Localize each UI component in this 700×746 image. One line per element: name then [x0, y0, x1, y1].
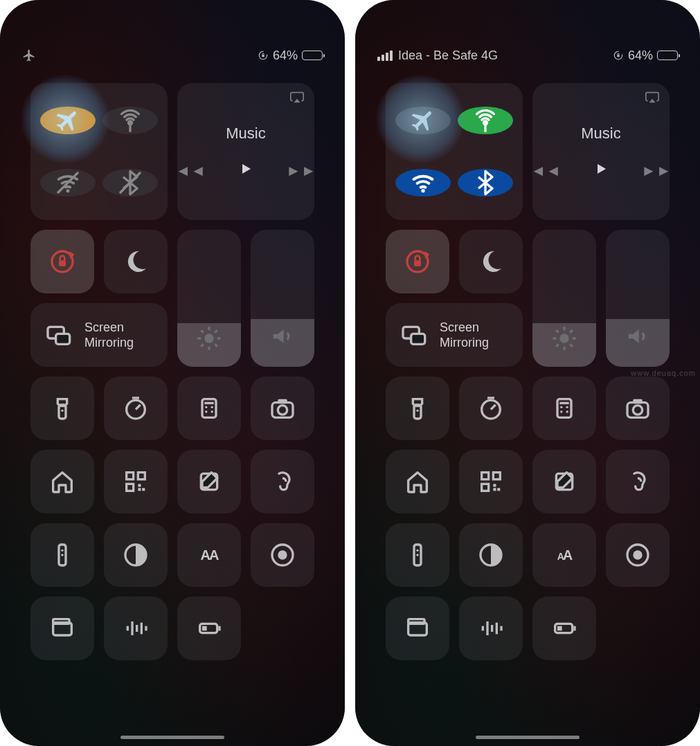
cellular-data-toggle[interactable] [102, 107, 158, 134]
volume-slider[interactable] [251, 230, 314, 367]
phone-left: 64% Music ◄◄ ►► [0, 0, 345, 746]
battery-icon [657, 51, 678, 60]
notes-button[interactable] [177, 450, 241, 513]
battery-icon [302, 51, 323, 60]
rotation-lock-toggle[interactable] [30, 230, 94, 293]
hearing-button[interactable] [606, 450, 670, 513]
wallet-button[interactable] [30, 597, 94, 660]
calculator-button[interactable] [532, 376, 596, 440]
home-indicator[interactable] [120, 736, 224, 739]
do-not-disturb-toggle[interactable] [459, 230, 523, 293]
wallet-button[interactable] [386, 597, 449, 660]
apple-tv-remote-button[interactable] [386, 523, 449, 587]
calculator-button[interactable] [177, 376, 241, 440]
music-tile[interactable]: Music ◄◄ ►► [532, 83, 670, 220]
flashlight-button[interactable] [386, 376, 449, 440]
rotation-lock-toggle[interactable] [386, 230, 449, 293]
connectivity-cluster[interactable] [386, 83, 523, 220]
status-bar: Idea - Be Safe 4G 64% [355, 0, 700, 76]
text-size-button[interactable]: AA [177, 523, 241, 587]
screen-record-button[interactable] [251, 523, 314, 587]
music-label: Music [226, 125, 265, 143]
bluetooth-toggle[interactable] [458, 169, 513, 197]
notes-button[interactable] [532, 450, 596, 513]
brightness-slider[interactable] [177, 230, 241, 367]
timer-button[interactable] [104, 376, 168, 440]
do-not-disturb-toggle[interactable] [104, 230, 168, 293]
carrier-label: Idea - Be Safe 4G [398, 48, 498, 63]
airplane-mode-toggle[interactable] [40, 107, 96, 134]
cellular-signal-icon [377, 51, 393, 61]
screen-record-button[interactable] [606, 523, 670, 587]
qr-scanner-button[interactable] [104, 450, 168, 513]
music-tile[interactable]: Music ◄◄ ►► [177, 83, 314, 220]
flashlight-button[interactable] [30, 376, 94, 440]
low-power-mode-button[interactable] [532, 597, 596, 660]
wifi-toggle[interactable] [40, 169, 96, 197]
orientation-lock-status-icon [613, 50, 624, 61]
timer-button[interactable] [459, 376, 523, 440]
bluetooth-toggle[interactable] [102, 169, 158, 197]
low-power-mode-button[interactable] [177, 597, 241, 660]
play-button[interactable] [593, 161, 609, 181]
mirror-line1: Screen [84, 320, 124, 334]
battery-text: 64% [273, 48, 298, 63]
cellular-data-toggle[interactable] [458, 107, 513, 134]
screen-mirroring-button[interactable]: ScreenMirroring [386, 303, 523, 367]
airplane-mode-status-icon [22, 48, 36, 62]
mirror-line2: Mirroring [440, 336, 489, 349]
home-indicator[interactable] [476, 736, 580, 739]
battery-text: 64% [628, 48, 653, 63]
next-track-button[interactable]: ►► [641, 162, 672, 180]
music-label: Music [581, 125, 620, 143]
next-track-button[interactable]: ►► [286, 162, 316, 180]
dark-mode-button[interactable] [104, 523, 168, 587]
previous-track-button[interactable]: ◄◄ [175, 162, 206, 180]
airplane-mode-toggle[interactable] [395, 107, 451, 134]
mirror-line1: Screen [440, 320, 479, 334]
camera-button[interactable] [251, 376, 314, 440]
home-button[interactable] [386, 450, 449, 513]
text-size-button[interactable]: AA [532, 523, 596, 587]
previous-track-button[interactable]: ◄◄ [530, 162, 561, 180]
qr-scanner-button[interactable] [459, 450, 523, 513]
home-button[interactable] [30, 450, 94, 513]
airplay-icon[interactable] [645, 90, 660, 105]
brightness-slider[interactable] [532, 230, 596, 367]
play-button[interactable] [237, 161, 254, 181]
mirror-line2: Mirroring [84, 336, 134, 349]
dark-mode-button[interactable] [459, 523, 523, 587]
phone-right: Idea - Be Safe 4G 64% Music ◄◄ ►► [355, 0, 700, 746]
apple-tv-remote-button[interactable] [30, 523, 94, 587]
hearing-button[interactable] [251, 450, 314, 513]
status-bar: 64% [0, 0, 345, 76]
voice-memos-button[interactable] [459, 597, 523, 660]
orientation-lock-status-icon [258, 50, 269, 61]
volume-slider[interactable] [606, 230, 670, 367]
camera-button[interactable] [606, 376, 670, 440]
wifi-toggle[interactable] [395, 169, 451, 197]
airplay-icon[interactable] [289, 90, 305, 105]
connectivity-cluster[interactable] [30, 83, 168, 220]
voice-memos-button[interactable] [104, 597, 168, 660]
screen-mirroring-button[interactable]: ScreenMirroring [30, 303, 168, 367]
